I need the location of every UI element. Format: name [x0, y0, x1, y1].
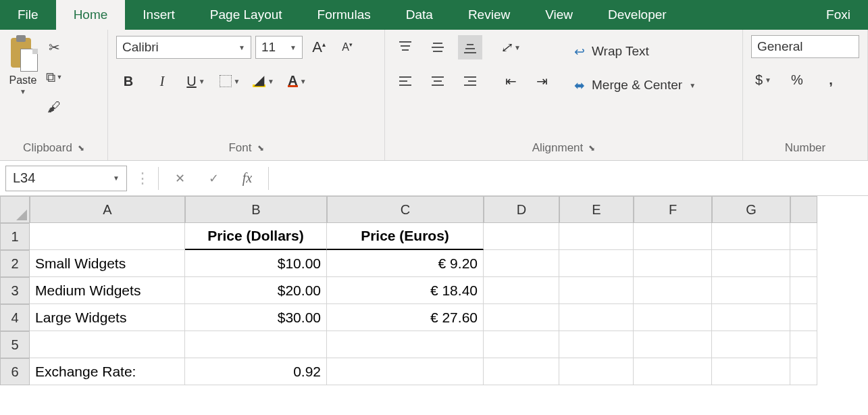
cell-F6[interactable]	[634, 358, 712, 385]
percent-format-button[interactable]: %	[785, 68, 809, 92]
cell-D2[interactable]	[484, 250, 559, 277]
cell-A2[interactable]: Small Widgets	[30, 250, 185, 277]
cut-button[interactable]: ✂	[45, 38, 63, 57]
row-header-6[interactable]: 6	[0, 358, 30, 385]
col-header-A[interactable]: A	[30, 196, 185, 223]
accounting-format-button[interactable]: $▼	[751, 68, 775, 92]
name-box[interactable]: L34 ▼	[5, 166, 127, 191]
font-dialog-icon[interactable]: ⬊	[257, 143, 264, 153]
col-header-F[interactable]: F	[634, 196, 712, 223]
cell-end1[interactable]	[790, 223, 817, 250]
cell-G1[interactable]	[712, 223, 790, 250]
paste-button[interactable]: Paste ▼	[8, 35, 38, 95]
shrink-font-button[interactable]: A▾	[335, 35, 359, 59]
cell-D1[interactable]	[484, 223, 559, 250]
cell-end4[interactable]	[790, 304, 817, 331]
insert-function-button[interactable]: fx	[234, 166, 260, 191]
alignment-dialog-icon[interactable]: ⬊	[588, 143, 595, 153]
select-all-button[interactable]	[0, 196, 30, 223]
align-middle-button[interactable]	[426, 35, 450, 59]
col-header-B[interactable]: B	[185, 196, 327, 223]
col-header-E[interactable]: E	[559, 196, 634, 223]
cell-A5[interactable]	[30, 331, 185, 358]
cell-E3[interactable]	[559, 277, 634, 304]
cell-F5[interactable]	[634, 331, 712, 358]
cell-G6[interactable]	[712, 358, 790, 385]
copy-button[interactable]: ⧉▼	[45, 68, 63, 87]
borders-button[interactable]: ▼	[218, 69, 242, 93]
cell-B2[interactable]: $10.00	[185, 250, 327, 277]
italic-button[interactable]: I	[150, 69, 174, 93]
cell-F2[interactable]	[634, 250, 712, 277]
cell-C6[interactable]	[327, 358, 484, 385]
cell-B1[interactable]: Price (Dollars)	[185, 223, 327, 250]
tab-home[interactable]: Home	[56, 0, 126, 30]
merge-center-button[interactable]: ⬌ Merge & Center ▼	[570, 72, 700, 99]
cell-E4[interactable]	[559, 304, 634, 331]
number-format-combo[interactable]: General	[751, 35, 859, 58]
increase-indent-button[interactable]: ⇥	[530, 69, 554, 93]
tab-developer[interactable]: Developer	[590, 0, 684, 30]
align-bottom-button[interactable]	[458, 35, 482, 59]
cell-F4[interactable]	[634, 304, 712, 331]
format-painter-button[interactable]: 🖌	[45, 97, 63, 116]
col-header-end[interactable]	[790, 196, 817, 223]
orientation-button[interactable]: ⤢▼	[499, 35, 523, 59]
cell-F1[interactable]	[634, 223, 712, 250]
cell-B3[interactable]: $20.00	[185, 277, 327, 304]
cell-end6[interactable]	[790, 358, 817, 385]
decrease-indent-button[interactable]: ⇤	[499, 69, 523, 93]
cell-A3[interactable]: Medium Widgets	[30, 277, 185, 304]
font-size-combo[interactable]: 11 ▼	[255, 36, 303, 59]
tab-formulas[interactable]: Formulas	[300, 0, 388, 30]
cell-C3[interactable]: € 18.40	[327, 277, 484, 304]
paste-dropdown-icon[interactable]: ▼	[20, 88, 26, 95]
cell-E1[interactable]	[559, 223, 634, 250]
cell-C1[interactable]: Price (Euros)	[327, 223, 484, 250]
cell-G2[interactable]	[712, 250, 790, 277]
col-header-C[interactable]: C	[327, 196, 484, 223]
cell-end5[interactable]	[790, 331, 817, 358]
cell-end3[interactable]	[790, 277, 817, 304]
formula-input[interactable]	[277, 166, 863, 191]
cell-G3[interactable]	[712, 277, 790, 304]
tab-insert[interactable]: Insert	[125, 0, 193, 30]
row-header-3[interactable]: 3	[0, 277, 30, 304]
enter-formula-button[interactable]: ✓	[201, 166, 226, 191]
tab-foxit[interactable]: Foxi	[809, 0, 868, 30]
font-color-button[interactable]: A▼	[285, 69, 309, 93]
cell-D3[interactable]	[484, 277, 559, 304]
align-left-button[interactable]	[393, 69, 417, 93]
row-header-2[interactable]: 2	[0, 250, 30, 277]
cell-D4[interactable]	[484, 304, 559, 331]
cell-G4[interactable]	[712, 304, 790, 331]
tab-page-layout[interactable]: Page Layout	[193, 0, 300, 30]
cell-E5[interactable]	[559, 331, 634, 358]
clipboard-dialog-icon[interactable]: ⬊	[78, 143, 84, 153]
comma-format-button[interactable]: ,	[819, 68, 843, 92]
fill-color-button[interactable]: ◢▼	[251, 69, 276, 93]
cell-end2[interactable]	[790, 250, 817, 277]
bold-button[interactable]: B	[116, 69, 141, 93]
cell-A4[interactable]: Large Widgets	[30, 304, 185, 331]
cell-A1[interactable]	[30, 223, 185, 250]
cell-B4[interactable]: $30.00	[185, 304, 327, 331]
cell-B6[interactable]: 0.92	[185, 358, 327, 385]
cell-C4[interactable]: € 27.60	[327, 304, 484, 331]
cell-C5[interactable]	[327, 331, 484, 358]
align-center-button[interactable]	[426, 69, 450, 93]
tab-view[interactable]: View	[528, 0, 590, 30]
cell-D5[interactable]	[484, 331, 559, 358]
cell-C2[interactable]: € 9.20	[327, 250, 484, 277]
tab-data[interactable]: Data	[388, 0, 451, 30]
cell-B5[interactable]	[185, 331, 327, 358]
col-header-D[interactable]: D	[484, 196, 559, 223]
cancel-formula-button[interactable]: ✕	[167, 166, 193, 191]
cell-E6[interactable]	[559, 358, 634, 385]
tab-file[interactable]: File	[0, 0, 56, 30]
cell-F3[interactable]	[634, 277, 712, 304]
cell-D6[interactable]	[484, 358, 559, 385]
row-header-5[interactable]: 5	[0, 331, 30, 358]
align-right-button[interactable]	[458, 69, 482, 93]
align-top-button[interactable]	[393, 35, 417, 59]
